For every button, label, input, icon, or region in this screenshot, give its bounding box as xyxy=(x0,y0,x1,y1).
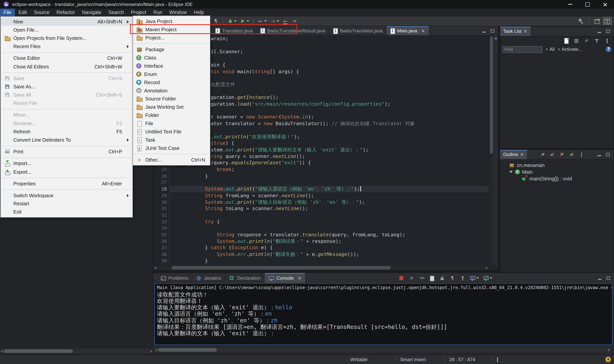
console-output[interactable]: Main [Java Application] C:\Users\meowr\s… xyxy=(154,283,613,345)
word-wrap-button[interactable]: ¶ xyxy=(448,274,457,282)
remove-all-terminated-button[interactable]: ×× xyxy=(418,274,426,282)
search-button[interactable] xyxy=(577,17,586,25)
submenu-item-annotation[interactable]: @Annotation xyxy=(133,86,210,95)
dropdown-arrow-icon[interactable] xyxy=(234,20,236,22)
hide-non-public-button[interactable] xyxy=(567,151,576,158)
maximize-view-icon[interactable] xyxy=(490,28,496,34)
menu-item-close-editor[interactable]: Close EditorCtrl+W xyxy=(1,54,132,63)
close-icon[interactable]: × xyxy=(298,275,302,281)
minimize-view-icon[interactable] xyxy=(596,28,603,35)
close-icon[interactable]: × xyxy=(421,28,425,34)
link-with-editor-button[interactable]: ⇄ xyxy=(582,37,591,45)
menu-item-open-projects-from-file-system[interactable]: Open Projects from File System... xyxy=(1,34,132,42)
categorized-button[interactable] xyxy=(572,37,581,45)
dropdown-arrow-icon[interactable] xyxy=(277,20,279,22)
menubar-item-window[interactable]: Window xyxy=(166,9,190,16)
menu-item-properties[interactable]: PropertiesAlt+Enter xyxy=(1,180,132,188)
show-whitespace-button[interactable]: ¶ xyxy=(211,17,220,25)
maximize-view-icon[interactable] xyxy=(605,151,611,158)
scrollbar-thumb[interactable] xyxy=(158,348,217,351)
menu-item-convert-line-delimiters-to[interactable]: Convert Line Delimiters To xyxy=(1,136,132,144)
menubar-item-source[interactable]: Source xyxy=(30,9,53,16)
open-console-button[interactable]: + xyxy=(482,274,493,282)
forward-button[interactable]: → xyxy=(269,17,280,25)
view-tab-javadoc[interactable]: @Javadoc xyxy=(192,273,225,283)
submenu-item-source-folder[interactable]: Source Folder xyxy=(133,95,210,103)
minimize-view-icon[interactable] xyxy=(596,151,603,158)
debug-button[interactable] xyxy=(226,17,238,25)
scope-all-link[interactable]: All xyxy=(546,47,555,52)
dropdown-arrow-icon[interactable] xyxy=(477,277,479,279)
scrollbar-thumb[interactable] xyxy=(490,36,493,154)
submenu-item-other[interactable]: +Other...Ctrl+N xyxy=(133,156,210,164)
find-input[interactable] xyxy=(502,46,542,53)
menu-item-print[interactable]: PrintCtrl+P xyxy=(1,148,132,156)
close-window-button[interactable] xyxy=(596,0,614,9)
menu-item-open-file[interactable]: Open File... xyxy=(1,26,132,34)
submenu-item-task[interactable]: ✓Task xyxy=(133,136,210,144)
menu-item-recent-files[interactable]: Recent Files xyxy=(1,42,132,51)
close-icon[interactable]: × xyxy=(523,28,528,34)
outline-node-cn-meowrain[interactable]: cn.meowrain xyxy=(500,162,614,169)
back-button[interactable]: ← xyxy=(256,17,268,25)
overview-ruler[interactable] xyxy=(493,36,498,265)
expander-icon[interactable] xyxy=(509,171,513,173)
menu-item-import[interactable]: Import... xyxy=(1,159,132,168)
java-perspective-button[interactable]: J xyxy=(603,17,612,25)
menu-item-restart[interactable]: Restart xyxy=(1,200,132,208)
tab-outline[interactable]: Outline × xyxy=(500,150,527,159)
editor-tab-baidutranslationresult-java[interactable]: JBaiduTranslationResult.java xyxy=(257,26,329,35)
tab-task-list[interactable]: Task List × xyxy=(500,27,531,36)
submenu-item-file[interactable]: File xyxy=(133,119,210,128)
submenu-item-folder[interactable]: Folder xyxy=(133,111,210,119)
status-menu-icon[interactable] xyxy=(494,356,501,363)
submenu-item-java-project[interactable]: JJava Project xyxy=(133,17,210,26)
view-menu-button[interactable] xyxy=(577,151,586,158)
pin-console-button[interactable] xyxy=(458,274,467,282)
view-tab-declaration[interactable]: Declaration xyxy=(225,273,265,283)
menubar-item-navigate[interactable]: Navigate xyxy=(79,9,105,16)
submenu-item-package[interactable]: Package xyxy=(133,45,210,54)
filter-button[interactable] xyxy=(592,37,601,45)
menubar-item-refactor[interactable]: Refactor xyxy=(53,9,79,16)
submenu-item-java-working-set[interactable]: Java Working Set xyxy=(133,103,210,111)
explorer-horizontal-scrollbar[interactable] xyxy=(0,349,153,354)
terminate-button[interactable] xyxy=(397,274,406,282)
link-with-editor-button[interactable]: ⇄ xyxy=(290,17,299,25)
view-tab-problems[interactable]: Problems xyxy=(157,273,192,283)
editor-vertical-scrollbar[interactable] xyxy=(489,36,493,265)
dropdown-arrow-icon[interactable] xyxy=(490,277,492,279)
last-edit-location-button[interactable]: ← xyxy=(281,17,290,25)
close-icon[interactable]: × xyxy=(520,152,524,157)
scroll-lock-button[interactable] xyxy=(438,274,447,282)
submenu-item-junit-test-case[interactable]: JJUnit Test Case xyxy=(133,144,210,152)
outline-node-main-string-void[interactable]: main(String[]) : void xyxy=(500,175,614,182)
scrollbar-thumb[interactable] xyxy=(172,266,391,270)
menu-item-save-as[interactable]: Save As... xyxy=(1,83,132,91)
view-menu-button[interactable] xyxy=(603,37,611,45)
run-button[interactable] xyxy=(238,17,250,25)
submenu-item-class[interactable]: CClass xyxy=(133,54,210,62)
submenu-item-untitled-text-file[interactable]: Untitled Text File xyxy=(133,128,210,136)
hide-fields-button[interactable] xyxy=(548,151,556,158)
menubar-item-project[interactable]: Project xyxy=(127,9,150,16)
minimize-view-icon[interactable] xyxy=(481,28,487,34)
menubar-item-search[interactable]: Search xyxy=(105,9,128,16)
menu-item-exit[interactable]: Exit xyxy=(1,208,132,216)
scrollbar-thumb[interactable] xyxy=(4,349,73,353)
view-tab-console[interactable]: Console× xyxy=(265,273,305,283)
submenu-item-maven-project[interactable]: MMaven Project xyxy=(133,26,210,34)
menu-item-close-all-editors[interactable]: Close All EditorsCtrl+Shift+W xyxy=(1,63,132,71)
maximize-view-icon[interactable] xyxy=(605,28,611,35)
submenu-item-record[interactable]: RRecord xyxy=(133,78,210,86)
dropdown-arrow-icon[interactable] xyxy=(247,20,249,22)
menu-item-switch-workspace[interactable]: Switch Workspace xyxy=(1,192,132,200)
console-horizontal-scrollbar[interactable] xyxy=(154,347,611,352)
editor-tab-baidutranslator-java[interactable]: JBaiduTranslator.java xyxy=(329,26,387,35)
menu-item-new[interactable]: NewAlt+Shift+N xyxy=(1,18,132,26)
notification-icon[interactable] xyxy=(605,357,611,362)
editor-horizontal-scrollbar[interactable] xyxy=(153,265,489,271)
menu-item-export[interactable]: Export... xyxy=(1,168,132,176)
editor-tab-translator-java[interactable]: JTranslator.java xyxy=(211,26,257,35)
menubar-item-file[interactable]: File xyxy=(0,9,15,16)
